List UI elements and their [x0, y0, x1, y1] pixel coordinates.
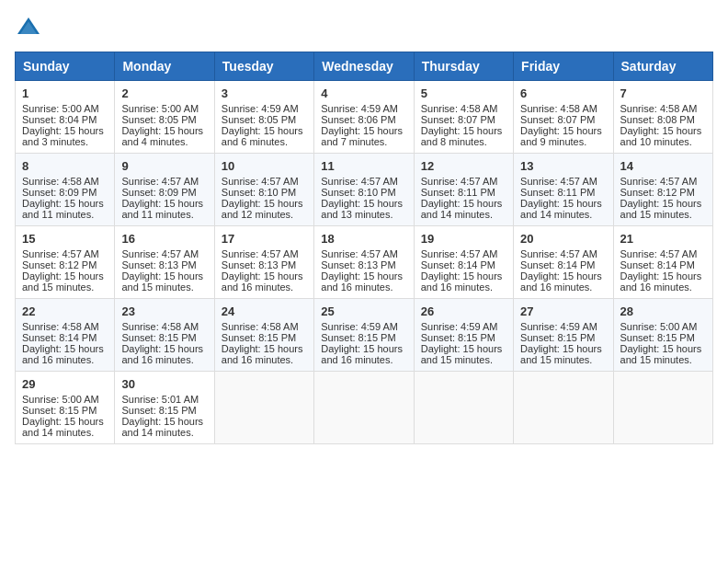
sunrise-text: Sunrise: 4:58 AM [222, 321, 299, 332]
daylight-text: Daylight: 15 hours and 3 minutes. [22, 125, 104, 147]
day-number: 27 [520, 304, 606, 318]
day-header-monday: Monday [115, 52, 214, 81]
sunrise-text: Sunrise: 5:00 AM [121, 103, 199, 114]
sunset-text: Sunset: 8:15 PM [121, 332, 196, 343]
day-header-tuesday: Tuesday [214, 52, 313, 81]
calendar-cell: 2Sunrise: 5:00 AMSunset: 8:05 PMDaylight… [115, 81, 214, 154]
calendar-week-row: 29Sunrise: 5:00 AMSunset: 8:15 PMDayligh… [16, 372, 713, 444]
calendar-cell: 20Sunrise: 4:57 AMSunset: 8:14 PMDayligh… [514, 226, 613, 299]
sunset-text: Sunset: 8:05 PM [121, 114, 196, 125]
sunrise-text: Sunrise: 5:00 AM [22, 394, 99, 405]
daylight-text: Daylight: 15 hours and 15 minutes. [421, 343, 503, 365]
day-number: 13 [520, 159, 606, 173]
day-number: 22 [22, 304, 108, 318]
calendar-cell: 5Sunrise: 4:58 AMSunset: 8:07 PMDaylight… [414, 81, 513, 154]
logo [15, 15, 46, 42]
calendar-cell: 6Sunrise: 4:58 AMSunset: 8:07 PMDaylight… [514, 81, 613, 154]
calendar-cell-empty [314, 372, 414, 444]
daylight-text: Daylight: 15 hours and 14 minutes. [121, 416, 203, 438]
daylight-text: Daylight: 15 hours and 15 minutes. [520, 343, 602, 365]
day-number: 2 [121, 86, 207, 100]
day-number: 24 [222, 304, 307, 318]
sunset-text: Sunset: 8:04 PM [22, 114, 97, 125]
daylight-text: Daylight: 15 hours and 14 minutes. [520, 198, 602, 220]
sunrise-text: Sunrise: 4:57 AM [421, 248, 498, 259]
calendar-cell: 13Sunrise: 4:57 AMSunset: 8:11 PMDayligh… [514, 154, 613, 226]
sunrise-text: Sunrise: 4:57 AM [520, 176, 597, 187]
sunset-text: Sunset: 8:13 PM [222, 259, 296, 270]
day-header-saturday: Saturday [613, 52, 712, 81]
sunset-text: Sunset: 8:13 PM [321, 259, 395, 270]
day-number: 10 [222, 159, 307, 173]
calendar-cell: 12Sunrise: 4:57 AMSunset: 8:11 PMDayligh… [414, 154, 513, 226]
sunset-text: Sunset: 8:15 PM [222, 332, 296, 343]
calendar-header-row: SundayMondayTuesdayWednesdayThursdayFrid… [16, 52, 713, 81]
day-header-sunday: Sunday [16, 52, 115, 81]
day-number: 11 [321, 159, 406, 173]
header [15, 15, 713, 42]
calendar-cell: 16Sunrise: 4:57 AMSunset: 8:13 PMDayligh… [115, 226, 214, 299]
daylight-text: Daylight: 15 hours and 15 minutes. [620, 198, 702, 220]
calendar-cell: 7Sunrise: 4:58 AMSunset: 8:08 PMDaylight… [613, 81, 712, 154]
day-number: 18 [321, 232, 406, 246]
daylight-text: Daylight: 15 hours and 16 minutes. [421, 270, 503, 293]
sunrise-text: Sunrise: 4:57 AM [421, 176, 498, 187]
calendar-cell: 19Sunrise: 4:57 AMSunset: 8:14 PMDayligh… [414, 226, 513, 299]
calendar-cell: 18Sunrise: 4:57 AMSunset: 8:13 PMDayligh… [314, 226, 414, 299]
sunrise-text: Sunrise: 4:57 AM [222, 248, 299, 259]
calendar-cell: 28Sunrise: 5:00 AMSunset: 8:15 PMDayligh… [613, 299, 712, 372]
daylight-text: Daylight: 15 hours and 13 minutes. [321, 198, 403, 220]
sunset-text: Sunset: 8:14 PM [421, 259, 495, 270]
sunrise-text: Sunrise: 4:57 AM [620, 248, 698, 259]
day-number: 3 [222, 86, 307, 100]
daylight-text: Daylight: 15 hours and 16 minutes. [22, 343, 104, 365]
day-number: 26 [421, 304, 506, 318]
sunset-text: Sunset: 8:12 PM [620, 187, 695, 198]
sunrise-text: Sunrise: 4:57 AM [321, 248, 398, 259]
sunset-text: Sunset: 8:15 PM [520, 332, 595, 343]
calendar-cell: 21Sunrise: 4:57 AMSunset: 8:14 PMDayligh… [613, 226, 712, 299]
sunrise-text: Sunrise: 4:59 AM [321, 103, 398, 114]
sunset-text: Sunset: 8:07 PM [421, 114, 495, 125]
daylight-text: Daylight: 15 hours and 14 minutes. [421, 198, 503, 220]
sunset-text: Sunset: 8:13 PM [121, 259, 196, 270]
sunrise-text: Sunrise: 5:00 AM [22, 103, 99, 114]
sunset-text: Sunset: 8:15 PM [22, 405, 97, 416]
daylight-text: Daylight: 15 hours and 8 minutes. [421, 125, 503, 147]
sunrise-text: Sunrise: 4:57 AM [620, 176, 698, 187]
daylight-text: Daylight: 15 hours and 9 minutes. [520, 125, 602, 147]
day-header-thursday: Thursday [414, 52, 513, 81]
day-number: 20 [520, 232, 606, 246]
day-number: 30 [121, 377, 207, 391]
sunset-text: Sunset: 8:10 PM [321, 187, 395, 198]
sunset-text: Sunset: 8:15 PM [620, 332, 695, 343]
sunset-text: Sunset: 8:14 PM [620, 259, 695, 270]
daylight-text: Daylight: 15 hours and 6 minutes. [222, 125, 303, 147]
calendar-cell-empty [613, 372, 712, 444]
day-number: 6 [520, 86, 606, 100]
calendar-cell: 10Sunrise: 4:57 AMSunset: 8:10 PMDayligh… [214, 154, 313, 226]
day-number: 21 [620, 232, 706, 246]
daylight-text: Daylight: 15 hours and 10 minutes. [620, 125, 702, 147]
daylight-text: Daylight: 15 hours and 16 minutes. [321, 270, 403, 293]
sunrise-text: Sunrise: 4:58 AM [520, 103, 597, 114]
calendar-week-row: 15Sunrise: 4:57 AMSunset: 8:12 PMDayligh… [16, 226, 713, 299]
sunset-text: Sunset: 8:15 PM [121, 405, 196, 416]
sunset-text: Sunset: 8:08 PM [620, 114, 695, 125]
sunrise-text: Sunrise: 5:01 AM [121, 394, 199, 405]
day-header-friday: Friday [514, 52, 613, 81]
logo-icon [15, 15, 42, 42]
day-number: 15 [22, 232, 108, 246]
daylight-text: Daylight: 15 hours and 14 minutes. [22, 416, 104, 438]
calendar-cell: 11Sunrise: 4:57 AMSunset: 8:10 PMDayligh… [314, 154, 414, 226]
calendar-cell-empty [214, 372, 313, 444]
day-number: 7 [620, 86, 706, 100]
sunrise-text: Sunrise: 4:58 AM [421, 103, 498, 114]
sunrise-text: Sunrise: 4:57 AM [121, 176, 199, 187]
calendar-week-row: 1Sunrise: 5:00 AMSunset: 8:04 PMDaylight… [16, 81, 713, 154]
day-number: 1 [22, 86, 108, 100]
sunrise-text: Sunrise: 4:57 AM [121, 248, 199, 259]
sunset-text: Sunset: 8:07 PM [520, 114, 595, 125]
calendar-cell: 8Sunrise: 4:58 AMSunset: 8:09 PMDaylight… [16, 154, 115, 226]
daylight-text: Daylight: 15 hours and 16 minutes. [520, 270, 602, 293]
